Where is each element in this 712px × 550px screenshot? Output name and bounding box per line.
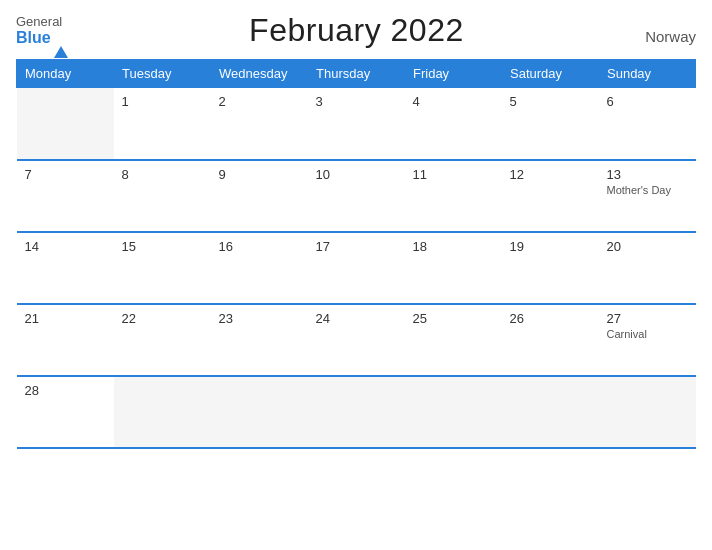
weekday-header-cell: Tuesday <box>114 60 211 88</box>
calendar-day-cell: 8 <box>114 160 211 232</box>
day-number: 25 <box>413 311 494 326</box>
calendar-day-cell: 22 <box>114 304 211 376</box>
calendar-day-cell: 25 <box>405 304 502 376</box>
day-event: Carnival <box>607 328 688 340</box>
day-number: 4 <box>413 94 494 109</box>
calendar-week-row: 28 <box>17 376 696 448</box>
weekday-header-row: MondayTuesdayWednesdayThursdayFridaySatu… <box>17 60 696 88</box>
day-number: 6 <box>607 94 688 109</box>
calendar-day-cell: 23 <box>211 304 308 376</box>
day-number: 14 <box>25 239 106 254</box>
calendar-day-cell: 3 <box>308 88 405 160</box>
calendar-day-cell: 19 <box>502 232 599 304</box>
calendar-day-cell: 11 <box>405 160 502 232</box>
day-number: 5 <box>510 94 591 109</box>
calendar-day-cell: 24 <box>308 304 405 376</box>
calendar-container: General Blue February 2022 Norway Monday… <box>0 0 712 550</box>
day-number: 1 <box>122 94 203 109</box>
calendar-day-cell: 15 <box>114 232 211 304</box>
weekday-header-cell: Friday <box>405 60 502 88</box>
calendar-day-cell: 9 <box>211 160 308 232</box>
day-number: 20 <box>607 239 688 254</box>
calendar-day-cell: 16 <box>211 232 308 304</box>
page-title: February 2022 <box>249 12 464 49</box>
calendar-header: MondayTuesdayWednesdayThursdayFridaySatu… <box>17 60 696 88</box>
logo-blue-text: Blue <box>16 29 68 47</box>
day-number: 3 <box>316 94 397 109</box>
country-label: Norway <box>645 28 696 49</box>
day-number: 8 <box>122 167 203 182</box>
day-number: 17 <box>316 239 397 254</box>
calendar-day-cell <box>211 376 308 448</box>
day-number: 7 <box>25 167 106 182</box>
calendar-day-cell: 5 <box>502 88 599 160</box>
day-number: 19 <box>510 239 591 254</box>
logo-text: General Blue <box>16 14 68 47</box>
day-number: 21 <box>25 311 106 326</box>
day-number: 22 <box>122 311 203 326</box>
day-number: 11 <box>413 167 494 182</box>
calendar-day-cell <box>502 376 599 448</box>
logo-triangle-icon <box>54 29 68 58</box>
header: General Blue February 2022 Norway <box>16 12 696 49</box>
day-number: 13 <box>607 167 688 182</box>
calendar-body: 12345678910111213Mother's Day14151617181… <box>17 88 696 448</box>
day-number: 18 <box>413 239 494 254</box>
calendar-day-cell <box>17 88 114 160</box>
weekday-header-cell: Sunday <box>599 60 696 88</box>
calendar-day-cell: 20 <box>599 232 696 304</box>
calendar-day-cell: 21 <box>17 304 114 376</box>
calendar-day-cell: 7 <box>17 160 114 232</box>
calendar-week-row: 14151617181920 <box>17 232 696 304</box>
calendar-day-cell: 17 <box>308 232 405 304</box>
logo-general-text: General <box>16 14 68 29</box>
weekday-header-cell: Monday <box>17 60 114 88</box>
day-number: 12 <box>510 167 591 182</box>
calendar-grid: MondayTuesdayWednesdayThursdayFridaySatu… <box>16 59 696 449</box>
calendar-day-cell: 14 <box>17 232 114 304</box>
calendar-day-cell: 10 <box>308 160 405 232</box>
weekday-header-cell: Thursday <box>308 60 405 88</box>
weekday-header-cell: Saturday <box>502 60 599 88</box>
calendar-day-cell: 27Carnival <box>599 304 696 376</box>
calendar-day-cell: 28 <box>17 376 114 448</box>
calendar-week-row: 21222324252627Carnival <box>17 304 696 376</box>
calendar-day-cell: 13Mother's Day <box>599 160 696 232</box>
calendar-day-cell <box>405 376 502 448</box>
calendar-day-cell: 4 <box>405 88 502 160</box>
day-number: 9 <box>219 167 300 182</box>
day-number: 2 <box>219 94 300 109</box>
calendar-day-cell: 12 <box>502 160 599 232</box>
calendar-day-cell: 2 <box>211 88 308 160</box>
day-event: Mother's Day <box>607 184 688 196</box>
calendar-day-cell: 1 <box>114 88 211 160</box>
calendar-day-cell: 6 <box>599 88 696 160</box>
day-number: 16 <box>219 239 300 254</box>
calendar-week-row: 123456 <box>17 88 696 160</box>
day-number: 10 <box>316 167 397 182</box>
calendar-day-cell: 26 <box>502 304 599 376</box>
logo: General Blue <box>16 14 68 47</box>
calendar-day-cell <box>599 376 696 448</box>
weekday-header-cell: Wednesday <box>211 60 308 88</box>
day-number: 27 <box>607 311 688 326</box>
calendar-week-row: 78910111213Mother's Day <box>17 160 696 232</box>
calendar-day-cell <box>114 376 211 448</box>
day-number: 15 <box>122 239 203 254</box>
day-number: 23 <box>219 311 300 326</box>
calendar-day-cell <box>308 376 405 448</box>
day-number: 24 <box>316 311 397 326</box>
day-number: 28 <box>25 383 106 398</box>
calendar-day-cell: 18 <box>405 232 502 304</box>
day-number: 26 <box>510 311 591 326</box>
